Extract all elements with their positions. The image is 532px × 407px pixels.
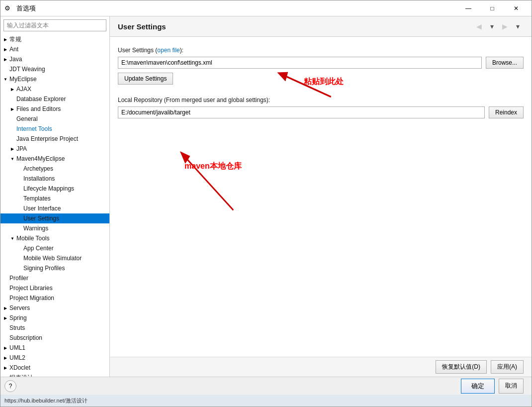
sidebar-item-installations[interactable]: Installations — [0, 174, 109, 184]
panel-header: User Settings ◀ ▾ ▶ ▾ — [110, 16, 532, 37]
sidebar-item-signingprofiles[interactable]: Signing Profiles — [0, 263, 109, 273]
tree-arrow-ajax — [9, 86, 15, 92]
open-file-link[interactable]: open file — [157, 47, 179, 54]
maximize-button[interactable]: □ — [481, 0, 504, 16]
sidebar-item-general2[interactable]: General — [0, 114, 109, 124]
back-button[interactable]: ◀ — [473, 20, 485, 32]
tree-scroll[interactable]: 常规AntJavaJDT WeavingMyEclipseAJAXDatabas… — [0, 34, 109, 377]
title-bar-left: ⚙ 首选项 — [4, 4, 36, 13]
sidebar-item-mobiletools[interactable]: Mobile Tools — [0, 233, 109, 243]
update-settings-button[interactable]: Update Settings — [118, 73, 173, 85]
bottom-bar: ? 确定 取消 — [0, 377, 532, 395]
sidebar-label-usersettings: User Settings — [23, 215, 59, 222]
sidebar-item-uml2[interactable]: UML2 — [0, 353, 109, 363]
right-panel: User Settings ◀ ▾ ▶ ▾ User Settings (ope… — [110, 16, 532, 377]
sidebar-label-projectlibs: Project Libraries — [9, 285, 53, 292]
sidebar-label-general: 常规 — [9, 35, 21, 44]
tree-arrow-uml1 — [2, 345, 8, 351]
apply-button[interactable]: 应用(A) — [491, 360, 524, 374]
sidebar-item-struts[interactable]: Struts — [0, 323, 109, 333]
panel-body: User Settings (open file): Browse... Upd… — [110, 37, 532, 357]
minimize-button[interactable]: — — [457, 0, 480, 16]
tree-arrow-uml2 — [2, 355, 8, 361]
sidebar-label-dbexplorer: Database Explorer — [16, 96, 66, 102]
back-dropdown-button[interactable]: ▾ — [486, 20, 498, 32]
tree-arrow-general — [2, 36, 8, 42]
sidebar-item-subscription[interactable]: Subscription — [0, 333, 109, 343]
sidebar-label-jpa: JPA — [16, 145, 27, 152]
sidebar-item-maven4me[interactable]: Maven4MyEclipse — [0, 154, 109, 164]
browse-button[interactable]: Browse... — [486, 57, 524, 69]
panel-toolbar: ◀ ▾ ▶ ▾ — [473, 20, 524, 32]
sidebar-item-appcenter[interactable]: App Center — [0, 243, 109, 253]
sidebar-item-fileseditors[interactable]: Files and Editors — [0, 104, 109, 114]
sidebar-item-javaenterprise[interactable]: Java Enterprise Project — [0, 134, 109, 144]
app-icon: ⚙ — [4, 4, 12, 12]
sidebar-item-servers[interactable]: Servers — [0, 303, 109, 313]
reindex-button[interactable]: Reindex — [489, 106, 524, 118]
sidebar-item-ajax[interactable]: AJAX — [0, 84, 109, 94]
sidebar-label-uml2: UML2 — [9, 354, 25, 361]
tree-arrow-xdoclet — [2, 365, 8, 371]
help-button[interactable]: ? — [4, 380, 16, 392]
sidebar-label-struts: Struts — [9, 324, 25, 331]
user-settings-input-row: Browse... — [118, 57, 524, 69]
sidebar-item-xdoclet[interactable]: XDoclet — [0, 363, 109, 373]
user-settings-input[interactable] — [118, 57, 482, 69]
sidebar-item-profiler[interactable]: Profiler — [0, 273, 109, 283]
sidebar-item-usersettings[interactable]: User Settings — [0, 213, 109, 223]
tree-arrow-java — [2, 56, 8, 62]
sidebar-item-warnings[interactable]: Warnings — [0, 223, 109, 233]
sidebar-item-reports[interactable]: 报表设计 — [0, 373, 109, 377]
sidebar-label-spring: Spring — [9, 314, 27, 321]
cancel-button[interactable]: 取消 — [499, 379, 524, 394]
forward-button[interactable]: ▶ — [499, 20, 511, 32]
status-bar: https://hub.ibebuilder.net/激活设计 — [0, 395, 532, 407]
sidebar-item-templates[interactable]: Templates — [0, 194, 109, 204]
sidebar-item-general[interactable]: 常规 — [0, 34, 109, 44]
sidebar-label-profiler: Profiler — [9, 275, 28, 282]
sidebar-item-mobileweb[interactable]: Mobile Web Simulator — [0, 253, 109, 263]
sidebar-item-projectmig[interactable]: Project Migration — [0, 293, 109, 303]
window-title: 首选项 — [16, 4, 36, 13]
sidebar-item-lifecycle[interactable]: Lifecycle Mappings — [0, 184, 109, 194]
sidebar-item-uml1[interactable]: UML1 — [0, 343, 109, 353]
close-button[interactable]: ✕ — [505, 0, 528, 16]
sidebar-item-ant[interactable]: Ant — [0, 44, 109, 54]
sidebar-item-myeclipse[interactable]: MyEclipse — [0, 74, 109, 84]
sidebar-label-internettools: Internet Tools — [16, 125, 52, 132]
sidebar-label-servers: Servers — [9, 305, 30, 311]
sidebar-label-jdt: JDT Weaving — [9, 66, 45, 73]
sidebar-item-jdt[interactable]: JDT Weaving — [0, 64, 109, 74]
sidebar-item-dbexplorer[interactable]: Database Explorer — [0, 94, 109, 104]
action-bar: 恢复默认值(D) 应用(A) — [110, 357, 532, 377]
user-settings-label: User Settings (open file): — [118, 47, 524, 54]
local-repo-input[interactable] — [118, 106, 485, 118]
sidebar-item-internettools[interactable]: Internet Tools — [0, 124, 109, 134]
sidebar-label-ajax: AJAX — [16, 86, 31, 93]
sidebar-label-warnings: Warnings — [23, 225, 48, 232]
sidebar-item-jpa[interactable]: JPA — [0, 144, 109, 154]
tree-arrow-myeclipse — [2, 76, 8, 82]
sidebar-item-java[interactable]: Java — [0, 54, 109, 64]
sidebar: 常规AntJavaJDT WeavingMyEclipseAJAXDatabas… — [0, 16, 110, 377]
sidebar-label-appcenter: App Center — [23, 245, 54, 252]
sidebar-item-userinterface[interactable]: User Interface — [0, 204, 109, 213]
sidebar-label-mobileweb: Mobile Web Simulator — [23, 255, 82, 262]
forward-dropdown-button[interactable]: ▾ — [512, 20, 524, 32]
sidebar-label-fileseditors: Files and Editors — [16, 105, 61, 112]
sidebar-item-projectlibs[interactable]: Project Libraries — [0, 283, 109, 293]
sidebar-item-archetypes[interactable]: Archetypes — [0, 164, 109, 174]
ok-button[interactable]: 确定 — [461, 379, 495, 394]
sidebar-label-lifecycle: Lifecycle Mappings — [23, 185, 74, 192]
sidebar-label-maven4me: Maven4MyEclipse — [16, 155, 65, 162]
restore-defaults-button[interactable]: 恢复默认值(D) — [436, 360, 487, 374]
sidebar-label-xdoclet: XDoclet — [9, 364, 30, 371]
sidebar-label-archetypes: Archetypes — [23, 165, 53, 172]
filter-input[interactable] — [3, 19, 106, 31]
ok-cancel-area: 确定 取消 — [461, 379, 524, 394]
panel-title: User Settings — [118, 22, 166, 31]
tree-arrow-mobiletools — [9, 235, 15, 241]
sidebar-item-spring[interactable]: Spring — [0, 313, 109, 323]
sidebar-label-ant: Ant — [9, 46, 18, 53]
